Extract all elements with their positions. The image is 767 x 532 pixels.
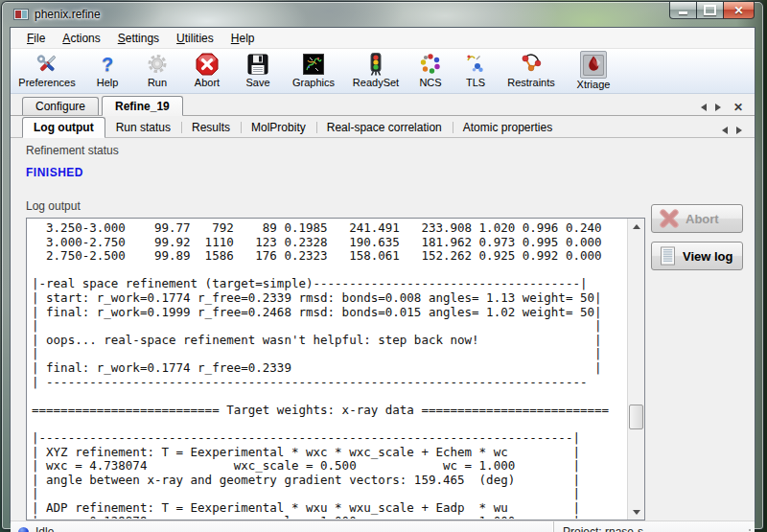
document-icon — [659, 245, 677, 266]
menu-bar: File Actions Settings Utilities Help — [11, 28, 755, 49]
toolbar-label: Graphics — [292, 77, 335, 88]
maximize-icon — [704, 5, 716, 15]
sub-tab-nav — [718, 127, 746, 134]
stop-sign-icon — [195, 51, 220, 77]
toolbar-run-button[interactable]: Run — [137, 51, 177, 88]
floppy-disk-icon — [245, 51, 270, 77]
subtab-results[interactable]: Results — [181, 118, 241, 137]
toolbar-xtriage-button[interactable]: Xtriage — [569, 51, 618, 90]
menu-settings[interactable]: Settings — [109, 30, 168, 47]
main-tab-nav: ✕ — [697, 103, 743, 112]
toolbar-ncs-button[interactable]: NCS — [411, 51, 450, 88]
subtab-scroll-left-icon[interactable] — [718, 127, 728, 134]
toolbar-graphics-button[interactable]: Graphics — [287, 51, 340, 88]
subtab-run-status[interactable]: Run status — [105, 118, 181, 137]
log-vertical-scrollbar[interactable] — [627, 219, 644, 520]
crystal-drop-icon — [580, 51, 607, 79]
sub-tab-bar: Log output Run status Results MolProbity… — [11, 116, 755, 138]
toolbar-label: ReadySet — [353, 77, 399, 88]
idle-status-icon — [18, 527, 29, 532]
view-log-button[interactable]: View log — [651, 242, 743, 270]
window-controls: ✕ — [670, 2, 755, 19]
app-icon — [13, 7, 29, 22]
scrollbar-thumb[interactable] — [629, 405, 643, 429]
project-text: Project: rnase-s — [563, 525, 643, 532]
question-icon: ? — [102, 51, 113, 77]
log-text: 3.250-3.000 99.77 792 89 0.1985 241.491 … — [32, 221, 627, 519]
project-status-field: Project: rnase-s — [553, 521, 755, 532]
traffic-light-icon — [363, 51, 388, 77]
log-output-panel: Refinement status FINISHED Log output 3.… — [11, 138, 755, 520]
toolbar-label: Xtriage — [577, 79, 611, 90]
toolbar-readyset-button[interactable]: ReadySet — [348, 51, 404, 88]
toolbar-label: NCS — [419, 77, 441, 88]
menu-actions[interactable]: Actions — [54, 30, 108, 47]
toolbar-tls-button[interactable]: TLS — [457, 51, 494, 88]
toolbar-label: Abort — [195, 77, 220, 88]
tab-scroll-left-icon[interactable] — [697, 104, 707, 111]
main-tab-bar: Configure Refine_19 ✕ — [11, 94, 755, 116]
toolbar: Preferences ? Help Run Abort — [11, 49, 755, 94]
toolbar-label: Help — [97, 77, 119, 88]
log-text-area[interactable]: 3.250-3.000 99.77 792 89 0.1985 241.491 … — [26, 218, 645, 520]
tab-close-icon[interactable]: ✕ — [733, 103, 743, 112]
maximize-button[interactable] — [696, 2, 724, 19]
subtab-real-space-correlation[interactable]: Real-space correlation — [316, 118, 453, 137]
close-button[interactable]: ✕ — [723, 2, 755, 19]
window-title: phenix.refine — [35, 8, 101, 21]
bonded-atoms-icon — [519, 51, 544, 77]
red-x-icon — [659, 208, 680, 229]
menu-file[interactable]: File — [18, 30, 54, 47]
scroll-down-icon[interactable] — [628, 504, 644, 520]
scroll-up-icon[interactable] — [628, 219, 644, 234]
menu-utilities[interactable]: Utilities — [168, 30, 222, 47]
toolbar-help-button[interactable]: ? Help — [85, 51, 129, 88]
menu-help[interactable]: Help — [222, 30, 264, 47]
toolbar-label: Save — [245, 77, 269, 88]
toolbar-label: Run — [148, 77, 167, 88]
toolbar-label: Preferences — [18, 77, 75, 88]
refinement-status-label: Refinement status — [26, 144, 755, 157]
tls-groups-icon — [463, 51, 488, 77]
minimize-icon — [679, 12, 687, 14]
app-window: phenix.refine ✕ File Actions Settings Ut… — [1, 1, 764, 530]
toolbar-label: TLS — [466, 77, 485, 88]
tab-configure[interactable]: Configure — [22, 97, 99, 115]
status-text: Idle — [35, 525, 54, 532]
titlebar[interactable]: phenix.refine ✕ — [2, 2, 763, 27]
molecule-graphics-icon — [301, 51, 326, 77]
tab-refine-19[interactable]: Refine_19 — [102, 96, 183, 116]
side-button-panel: Abort View log — [651, 204, 743, 279]
toolbar-abort-button[interactable]: Abort — [185, 51, 229, 88]
tools-icon — [35, 51, 59, 77]
toolbar-save-button[interactable]: Save — [237, 51, 279, 88]
minimize-button[interactable] — [669, 2, 697, 19]
close-icon: ✕ — [733, 5, 743, 16]
refinement-status-value: FINISHED — [26, 166, 755, 179]
tab-scroll-right-icon[interactable] — [715, 104, 725, 111]
toolbar-label: Restraints — [507, 77, 555, 88]
subtab-molprobity[interactable]: MolProbity — [241, 118, 316, 137]
subtab-scroll-right-icon[interactable] — [736, 127, 746, 134]
subtab-log-output[interactable]: Log output — [22, 117, 105, 138]
subtab-atomic-properties[interactable]: Atomic properties — [453, 118, 563, 137]
client-area: File Actions Settings Utilities Help Pre… — [10, 27, 755, 523]
color-ring-icon — [418, 51, 443, 77]
toolbar-restraints-button[interactable]: Restraints — [501, 51, 561, 88]
status-bar: Idle Project: rnase-s — [11, 520, 755, 532]
log-output-label: Log output — [26, 199, 755, 213]
toolbar-preferences-button[interactable]: Preferences — [16, 51, 78, 88]
abort-button[interactable]: Abort — [651, 204, 743, 233]
gear-icon — [145, 51, 170, 77]
